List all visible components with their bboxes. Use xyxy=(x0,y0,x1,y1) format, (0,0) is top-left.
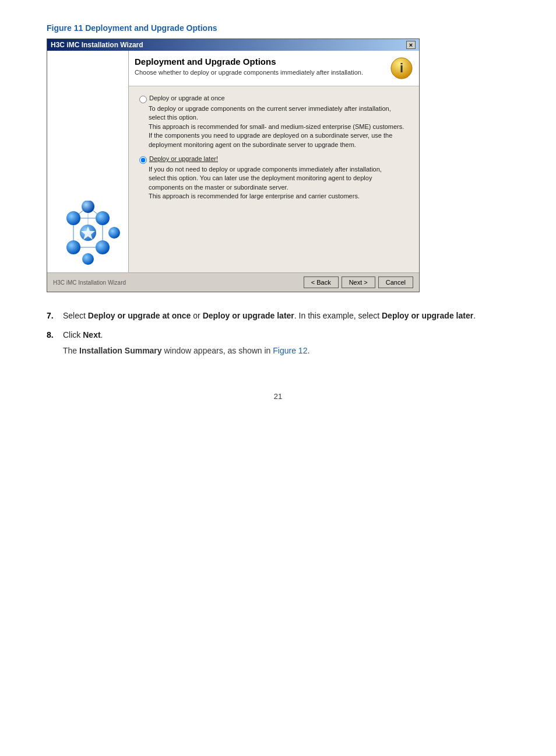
step-8-next-bold: Next xyxy=(83,330,100,340)
option-deploy-later-block: Deploy or upgrade later! If you do not n… xyxy=(139,155,409,201)
option-deploy-at-once-radio[interactable]: Deploy or upgrade at once xyxy=(139,94,409,103)
next-button[interactable]: Next > xyxy=(342,276,375,288)
wizard-header-subtitle: Choose whether to deploy or upgrade comp… xyxy=(135,69,384,76)
svg-point-9 xyxy=(66,240,80,254)
close-button[interactable]: × xyxy=(406,41,416,49)
radio-deploy-later[interactable] xyxy=(139,156,147,164)
wizard-titlebar: H3C iMC Installation Wizard × xyxy=(47,39,419,51)
wizard-footer-buttons: < Back Next > Cancel xyxy=(304,276,413,288)
step-7-bold-3: Deploy or upgrade later xyxy=(382,311,473,320)
option-deploy-later-desc: If you do not need to deploy or upgrade … xyxy=(149,165,409,201)
radio-deploy-at-once[interactable] xyxy=(139,96,147,103)
wizard-footer: H3C iMC Installation Wizard < Back Next … xyxy=(47,272,419,292)
option-deploy-at-once-label[interactable]: Deploy or upgrade at once xyxy=(149,94,225,102)
wizard-title: H3C iMC Installation Wizard xyxy=(51,41,143,49)
step-7-content: Select Deploy or upgrade at once or Depl… xyxy=(63,310,509,322)
svg-point-8 xyxy=(96,211,110,225)
wizard-window: H3C iMC Installation Wizard × xyxy=(47,38,420,292)
wizard-options: Deploy or upgrade at once To deploy or u… xyxy=(137,92,411,209)
step-8-number: 8. xyxy=(47,329,63,357)
svg-point-7 xyxy=(66,211,80,225)
svg-point-10 xyxy=(96,240,110,254)
figure-12-link[interactable]: Figure 12 xyxy=(273,346,307,355)
wizard-footer-label: H3C iMC Installation Wizard xyxy=(53,279,126,286)
figure-title: Figure 11 Deployment and Upgrade Options xyxy=(47,23,509,33)
step-7: 7. Select Deploy or upgrade at once or D… xyxy=(47,310,509,322)
doc-steps: 7. Select Deploy or upgrade at once or D… xyxy=(47,310,509,357)
step-8-sub: The Installation Summary window appears,… xyxy=(63,345,509,357)
option-deploy-later-label[interactable]: Deploy or upgrade later! xyxy=(149,155,218,162)
step-7-bold-1: Deploy or upgrade at once xyxy=(88,311,191,320)
wizard-header-title: Deployment and Upgrade Options xyxy=(135,57,384,66)
svg-point-13 xyxy=(108,227,120,239)
step-8-content: Click Next. The Installation Summary win… xyxy=(63,329,509,357)
option-deploy-at-once-desc: To deploy or upgrade components on the c… xyxy=(149,104,409,149)
wizard-header: Deployment and Upgrade Options Choose wh… xyxy=(129,51,419,86)
molecule-illustration xyxy=(56,201,120,267)
back-button[interactable]: < Back xyxy=(304,276,339,288)
svg-point-11 xyxy=(82,201,94,213)
option-deploy-at-once-block: Deploy or upgrade at once To deploy or u… xyxy=(139,94,409,149)
wizard-body: Deployment and Upgrade Options Choose wh… xyxy=(47,51,419,272)
page-number: 21 xyxy=(47,392,509,401)
info-icon: i xyxy=(390,57,413,80)
option-deploy-later-radio[interactable]: Deploy or upgrade later! xyxy=(139,155,409,164)
step-7-bold-2: Deploy or upgrade later xyxy=(203,311,294,320)
wizard-left-panel xyxy=(47,51,129,272)
cancel-button[interactable]: Cancel xyxy=(378,276,413,288)
wizard-right-panel: Deployment and Upgrade Options Choose wh… xyxy=(129,51,419,272)
svg-text:i: i xyxy=(400,61,403,75)
wizard-header-text: Deployment and Upgrade Options Choose wh… xyxy=(135,57,384,76)
step-8: 8. Click Next. The Installation Summary … xyxy=(47,329,509,357)
step-7-number: 7. xyxy=(47,310,63,322)
step-8-summary-bold: Installation Summary xyxy=(79,346,162,355)
svg-point-14 xyxy=(82,253,94,265)
